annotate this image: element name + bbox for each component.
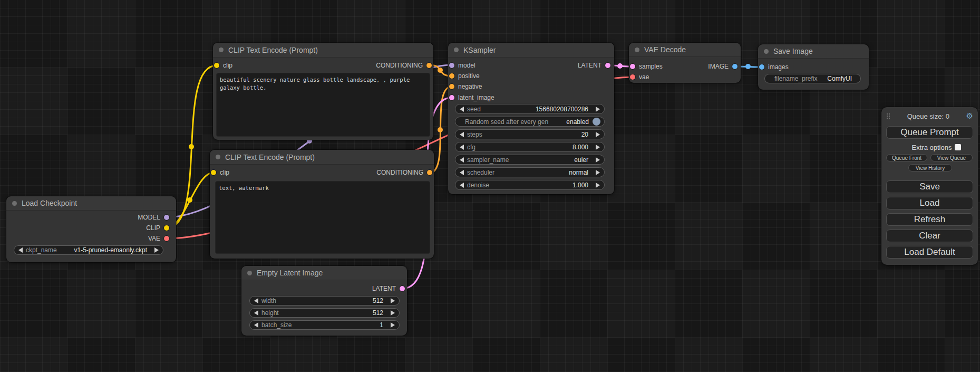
conditioning-slot-icon[interactable] bbox=[427, 170, 432, 175]
node-clip-text-encode-1[interactable]: CLIP Text Encode (Prompt) clip CONDITION… bbox=[213, 43, 433, 140]
arrow-left-icon[interactable] bbox=[460, 145, 464, 150]
input-slot-images[interactable]: images bbox=[759, 62, 792, 72]
arrow-left-icon[interactable] bbox=[254, 298, 258, 303]
conditioning-slot-icon[interactable] bbox=[449, 84, 454, 89]
output-slot-image[interactable]: IMAGE bbox=[704, 61, 738, 72]
input-slot-model[interactable]: model bbox=[449, 60, 479, 71]
arrow-right-icon[interactable] bbox=[391, 298, 395, 303]
conditioning-slot-icon[interactable] bbox=[426, 63, 432, 68]
output-slot-conditioning[interactable]: CONDITIONING bbox=[373, 167, 432, 178]
widget-filename-prefix[interactable]: filename_prefix ComfyUI bbox=[764, 74, 861, 83]
input-slot-clip[interactable]: clip bbox=[211, 167, 233, 178]
node-empty-latent-image[interactable]: Empty Latent Image LATENT width 512 heig… bbox=[241, 266, 407, 336]
vae-slot-icon[interactable] bbox=[164, 236, 169, 241]
node-title-bar[interactable]: KSampler bbox=[448, 43, 614, 58]
widget-sampler-name[interactable]: sampler_name euler bbox=[455, 155, 605, 165]
arrow-right-icon[interactable] bbox=[154, 247, 159, 253]
arrow-left-icon[interactable] bbox=[18, 247, 23, 253]
image-slot-icon[interactable] bbox=[732, 64, 738, 69]
node-title-bar[interactable]: VAE Decode bbox=[629, 43, 741, 57]
arrow-left-icon[interactable] bbox=[254, 322, 258, 328]
widget-random-seed-toggle[interactable]: Random seed after every gen enabled bbox=[455, 117, 605, 127]
arrow-right-icon[interactable] bbox=[596, 107, 600, 112]
output-slot-latent[interactable]: LATENT bbox=[574, 60, 610, 71]
node-load-checkpoint[interactable]: Load Checkpoint MODEL CLIP VAE ckpt_name… bbox=[6, 196, 176, 262]
arrow-left-icon[interactable] bbox=[460, 170, 464, 175]
latent-slot-icon[interactable] bbox=[449, 95, 454, 100]
collapse-dot-icon[interactable] bbox=[216, 155, 220, 159]
arrow-right-icon[interactable] bbox=[391, 322, 395, 328]
settings-gear-icon[interactable]: ⚙ bbox=[966, 112, 973, 120]
arrow-left-icon[interactable] bbox=[460, 132, 464, 137]
arrow-right-icon[interactable] bbox=[391, 310, 395, 316]
widget-ckpt-name[interactable]: ckpt_name v1-5-pruned-emaonly.ckpt bbox=[14, 245, 163, 255]
widget-cfg[interactable]: cfg 8.000 bbox=[455, 142, 605, 152]
input-slot-vae[interactable]: vae bbox=[630, 72, 653, 82]
widget-height[interactable]: height 512 bbox=[249, 308, 400, 318]
clip-slot-icon[interactable] bbox=[214, 63, 219, 68]
node-title-bar[interactable]: Empty Latent Image bbox=[241, 266, 407, 280]
queue-prompt-button[interactable]: Queue Prompt bbox=[886, 126, 973, 139]
prompt-textarea[interactable]: text, watermark bbox=[215, 181, 430, 254]
vae-slot-icon[interactable] bbox=[630, 74, 635, 80]
node-title-bar[interactable]: Load Checkpoint bbox=[6, 196, 176, 211]
output-slot-vae[interactable]: VAE bbox=[144, 233, 169, 244]
load-default-button[interactable]: Load Default bbox=[886, 246, 973, 259]
queue-front-button[interactable]: Queue Front bbox=[886, 154, 927, 161]
widget-width[interactable]: width 512 bbox=[249, 296, 400, 306]
model-slot-icon[interactable] bbox=[164, 215, 169, 220]
output-slot-latent[interactable]: LATENT bbox=[368, 283, 405, 294]
output-slot-conditioning[interactable]: CONDITIONING bbox=[372, 60, 432, 71]
refresh-button[interactable]: Refresh bbox=[886, 213, 973, 226]
widget-scheduler[interactable]: scheduler normal bbox=[455, 167, 605, 177]
input-slot-negative[interactable]: negative bbox=[449, 81, 486, 92]
conditioning-slot-icon[interactable] bbox=[449, 73, 454, 79]
arrow-right-icon[interactable] bbox=[596, 132, 600, 137]
prompt-textarea[interactable]: beautiful scenery nature glass bottle la… bbox=[216, 73, 430, 137]
arrow-right-icon[interactable] bbox=[596, 170, 600, 175]
input-slot-latent-image[interactable]: latent_image bbox=[449, 92, 498, 103]
image-slot-icon[interactable] bbox=[759, 64, 764, 70]
output-slot-clip[interactable]: CLIP bbox=[142, 223, 169, 233]
widget-steps[interactable]: steps 20 bbox=[455, 129, 605, 139]
clip-slot-icon[interactable] bbox=[211, 170, 216, 175]
arrow-left-icon[interactable] bbox=[460, 107, 464, 112]
collapse-dot-icon[interactable] bbox=[454, 47, 459, 52]
collapse-dot-icon[interactable] bbox=[12, 201, 17, 206]
arrow-right-icon[interactable] bbox=[596, 183, 600, 188]
arrow-right-icon[interactable] bbox=[596, 157, 600, 163]
collapse-dot-icon[interactable] bbox=[247, 271, 252, 275]
output-slot-model[interactable]: MODEL bbox=[134, 212, 169, 223]
latent-slot-icon[interactable] bbox=[630, 64, 635, 69]
node-title-bar[interactable]: CLIP Text Encode (Prompt) bbox=[210, 150, 434, 165]
arrow-left-icon[interactable] bbox=[254, 310, 258, 316]
node-save-image[interactable]: Save Image images filename_prefix ComfyU… bbox=[758, 44, 869, 90]
node-clip-text-encode-2[interactable]: CLIP Text Encode (Prompt) clip CONDITION… bbox=[210, 150, 434, 259]
model-slot-icon[interactable] bbox=[449, 63, 454, 68]
latent-slot-icon[interactable] bbox=[605, 63, 610, 68]
widget-batch-size[interactable]: batch_size 1 bbox=[249, 320, 400, 330]
arrow-right-icon[interactable] bbox=[596, 145, 600, 150]
arrow-left-icon[interactable] bbox=[460, 183, 464, 188]
node-vae-decode[interactable]: VAE Decode samples vae IMAGE bbox=[629, 43, 741, 83]
node-title-bar[interactable]: Save Image bbox=[758, 44, 869, 59]
latent-slot-icon[interactable] bbox=[400, 286, 405, 291]
clip-slot-icon[interactable] bbox=[164, 225, 169, 231]
input-slot-positive[interactable]: positive bbox=[449, 71, 483, 81]
collapse-dot-icon[interactable] bbox=[219, 47, 224, 52]
arrow-left-icon[interactable] bbox=[460, 157, 464, 163]
widget-seed[interactable]: seed 156680208700286 bbox=[455, 104, 605, 114]
extra-options-checkbox[interactable] bbox=[955, 144, 961, 150]
node-title-bar[interactable]: CLIP Text Encode (Prompt) bbox=[213, 43, 433, 58]
input-slot-clip[interactable]: clip bbox=[214, 60, 236, 71]
clear-button[interactable]: Clear bbox=[886, 230, 973, 242]
node-graph-canvas[interactable]: CLIP Text Encode (Prompt) clip CONDITION… bbox=[0, 0, 980, 372]
collapse-dot-icon[interactable] bbox=[635, 47, 639, 52]
toggle-circle-icon[interactable] bbox=[593, 118, 600, 126]
view-queue-button[interactable]: View Queue bbox=[930, 154, 973, 161]
view-history-button[interactable]: View History bbox=[908, 164, 952, 171]
load-button[interactable]: Load bbox=[886, 197, 973, 209]
save-button[interactable]: Save bbox=[886, 180, 973, 193]
drag-handle-icon[interactable] bbox=[887, 113, 890, 119]
collapse-dot-icon[interactable] bbox=[764, 49, 769, 54]
